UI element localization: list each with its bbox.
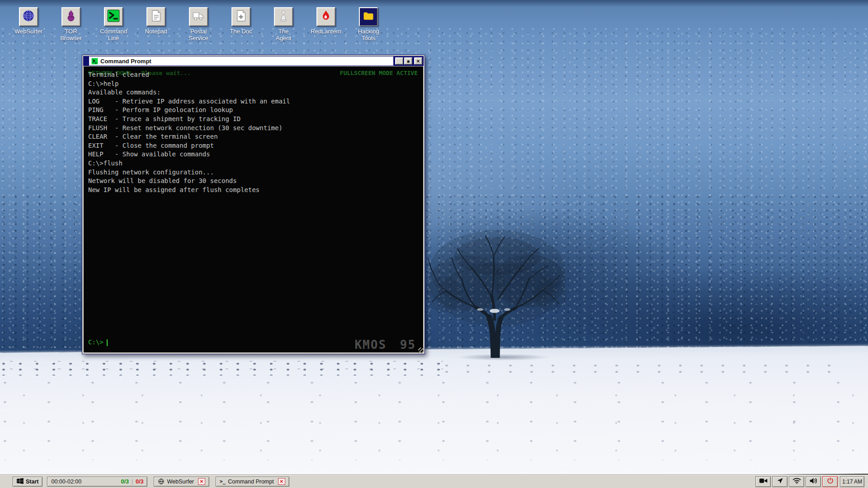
task-button-command-prompt[interactable]: >_ Command Prompt ✕ (216, 477, 289, 487)
close-button[interactable]: ✕ (414, 57, 422, 65)
minimize-button[interactable]: _ (395, 57, 403, 65)
agent-figure-icon (277, 9, 290, 24)
shift-timer-panel: 00:00-02:00 0/3 | 0/3 (47, 477, 147, 487)
desktop-icon-hacking-tools[interactable]: Hacking Tools (347, 7, 390, 42)
icon-label: Notepad (145, 28, 167, 35)
desktop-icon-the-doc[interactable]: The Doc (220, 7, 262, 42)
power-icon (826, 477, 835, 486)
timer-range: 00:00-02:00 (51, 479, 81, 485)
icon-label: Hacking Tools (358, 28, 379, 42)
resize-grip[interactable] (418, 347, 424, 353)
terminal-icon: >_ (220, 479, 226, 484)
terminal-icon (107, 9, 120, 24)
text-cursor (107, 339, 108, 346)
folder-icon (362, 9, 375, 24)
wifi-icon (793, 477, 801, 486)
wallpaper-snow-tracks-right (443, 362, 841, 374)
start-button[interactable]: Start (13, 477, 42, 487)
tray-location-button[interactable] (772, 476, 788, 487)
terminal-prompt[interactable]: C:\> (88, 338, 108, 347)
icon-label: Command Line (100, 28, 127, 42)
timer-count-red: 0/3 (136, 479, 143, 485)
window-titlebar[interactable]: Command Prompt _ ■ ✕ (83, 56, 424, 66)
globe-icon (158, 478, 165, 485)
window-title: Command Prompt (100, 58, 151, 65)
location-arrow-icon (776, 477, 784, 486)
task-close-button[interactable]: ✕ (278, 478, 285, 485)
desktop-icon-tor-browser[interactable]: TOR Browser (50, 7, 92, 42)
wallpaper-snow-tracks (0, 360, 443, 375)
tray-wifi-button[interactable] (789, 476, 804, 487)
task-close-button[interactable]: ✕ (198, 478, 205, 485)
desktop-icon-notepad[interactable]: Notepad (135, 7, 177, 42)
timer-separator: | (132, 479, 133, 485)
desktop-icon-postal-service[interactable]: Postal Service (177, 7, 220, 42)
document-plus-icon (235, 9, 247, 24)
tray-volume-button[interactable] (806, 476, 821, 487)
terminal-icon (91, 58, 98, 65)
kmos-watermark: KMOS 95 (354, 341, 416, 350)
desktop: WebSurfer TOR Browser Command Line (0, 0, 868, 488)
desktop-icon-command-line[interactable]: Command Line (92, 7, 135, 42)
windows-logo-icon (17, 478, 24, 485)
bare-tree (426, 222, 569, 358)
onion-icon (65, 9, 77, 24)
desktop-icon-the-agent[interactable]: The Agent (262, 7, 305, 42)
notepad-icon (150, 9, 162, 24)
desktop-icon-websurfer[interactable]: WebSurfer (7, 7, 50, 42)
delivery-truck-icon (192, 9, 205, 24)
globe-icon (22, 9, 35, 24)
icon-label: The Doc (230, 28, 252, 35)
wallpaper-snow-specks (0, 379, 868, 460)
icon-label: Postal Service (189, 28, 208, 42)
desktop-icons-row: WebSurfer TOR Browser Command Line (7, 7, 390, 42)
icon-label: RedLantern (311, 28, 341, 35)
window-controls: _ ■ ✕ (394, 56, 424, 66)
tray-power-button[interactable] (822, 476, 838, 487)
camera-icon (759, 477, 768, 486)
timer-count-green: 0/3 (121, 479, 128, 485)
icon-label: The Agent (276, 28, 291, 42)
icon-label: TOR Browser (60, 28, 82, 42)
taskbar-clock: 1:17 AM (840, 476, 864, 487)
volume-icon (809, 477, 818, 486)
tray-camera-button[interactable] (755, 476, 771, 487)
terminal-area[interactable]: NETWORK DOWN - Please wait... FULLSCREEN… (84, 66, 423, 352)
task-button-websurfer[interactable]: WebSurfer ✕ (154, 477, 209, 487)
command-prompt-window: Command Prompt _ ■ ✕ NETWORK DOWN - Plea… (82, 55, 425, 354)
maximize-button[interactable]: ■ (404, 57, 412, 65)
flame-icon (320, 9, 332, 24)
taskbar: Start 00:00-02:00 0/3 | 0/3 WebSurfer ✕ … (0, 474, 868, 488)
icon-label: WebSurfer (14, 28, 42, 35)
desktop-icon-redlantern[interactable]: RedLantern (305, 7, 347, 42)
window-titleplate: Command Prompt (89, 56, 393, 66)
terminal-output: Terminal cleared C:\>help Available comm… (84, 66, 423, 198)
